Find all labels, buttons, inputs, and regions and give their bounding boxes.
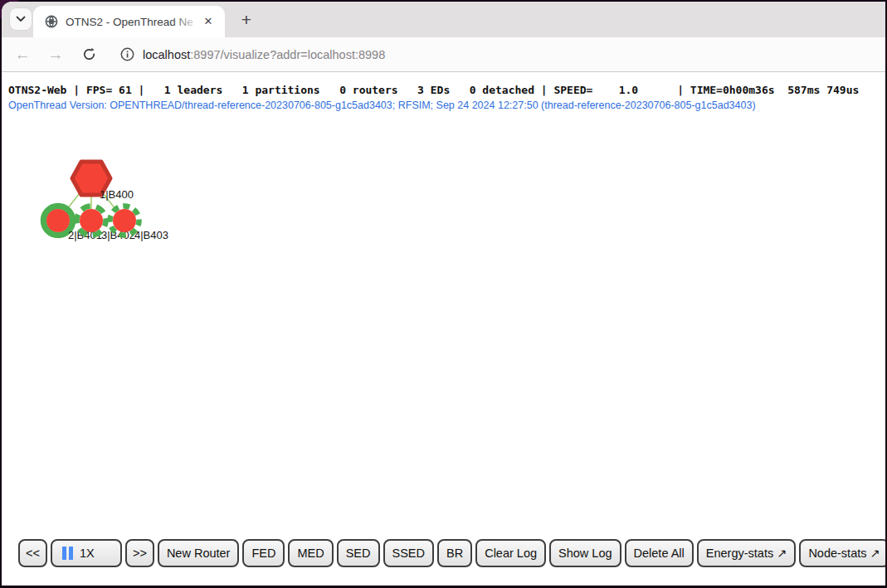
br-button[interactable]: BR	[437, 539, 472, 567]
fed-button[interactable]: FED	[242, 539, 285, 567]
node-stats-button[interactable]: Node-stats ↗	[799, 539, 885, 567]
delete-all-button[interactable]: Delete All	[625, 539, 694, 567]
leader-node-1[interactable]: 1|B400	[72, 162, 134, 201]
tab-otns2[interactable]: OTNS2 - OpenThread Ne ✕	[33, 6, 225, 37]
new-tab-button[interactable]: +	[236, 9, 257, 31]
reload-button[interactable]	[78, 44, 100, 66]
node-label: 3|B402	[101, 229, 135, 241]
reload-icon	[82, 47, 96, 61]
node-body[interactable]	[46, 209, 70, 232]
url-host: localhost	[143, 48, 190, 61]
back-arrow-icon: ←	[15, 46, 31, 62]
speed-down-button[interactable]: <<	[18, 539, 47, 567]
page-info-icon[interactable]	[120, 47, 134, 61]
ssed-button[interactable]: SSED	[383, 539, 435, 567]
tab-title: OTNS2 - OpenThread Ne	[66, 16, 193, 28]
speed-label: 1X	[80, 547, 95, 560]
back-button[interactable]: ←	[12, 44, 33, 66]
url-text[interactable]: localhost:8997/visualize?addr=localhost:…	[143, 48, 385, 61]
pause-icon	[62, 547, 76, 560]
browser-window-frame: OTNS2 - OpenThread Ne ✕ + ← →	[0, 0, 887, 588]
energy-stats-button[interactable]: Energy-stats ↗	[697, 539, 797, 567]
sed-button[interactable]: SED	[337, 539, 380, 567]
browser-window: OTNS2 - OpenThread Ne ✕ + ← →	[2, 2, 885, 586]
url-rest: :8997/visualize?addr=localhost:8998	[190, 48, 385, 61]
node-label: 1|B400	[100, 188, 134, 201]
node-body[interactable]	[80, 209, 103, 232]
chevron-down-icon	[16, 16, 26, 22]
show-log-button[interactable]: Show Log	[549, 539, 621, 567]
globe-icon	[45, 15, 58, 28]
speed-up-button[interactable]: >>	[125, 539, 154, 567]
forward-button[interactable]: →	[45, 44, 66, 66]
action-toolbar: << 1X >> New Router FED MED SED SSED BR …	[18, 539, 885, 567]
otns-page: OTNS2-Web | FPS= 61 | 1 leaders 1 partit…	[2, 72, 885, 585]
tab-search-button[interactable]	[10, 8, 32, 30]
pause-speed-button[interactable]: 1X	[51, 539, 122, 567]
tab-title-wrap: OTNS2 - OpenThread Ne	[66, 14, 200, 29]
node-label: 4|B403	[134, 229, 168, 241]
url-field[interactable]: localhost:8997/visualize?addr=localhost:…	[120, 47, 385, 61]
new-router-button[interactable]: New Router	[158, 539, 240, 567]
address-bar: ← → localhost:8997/visualize?addr=localh…	[2, 37, 885, 72]
network-canvas[interactable]: 1|B400 2|B401 3|B402 4|B403	[2, 72, 885, 537]
clear-log-button[interactable]: Clear Log	[475, 539, 546, 567]
med-button[interactable]: MED	[288, 539, 333, 567]
node-body[interactable]	[113, 209, 136, 232]
tab-close-button[interactable]: ✕	[200, 13, 217, 30]
forward-arrow-icon: →	[48, 46, 64, 62]
tab-strip: OTNS2 - OpenThread Ne ✕ +	[2, 2, 885, 37]
